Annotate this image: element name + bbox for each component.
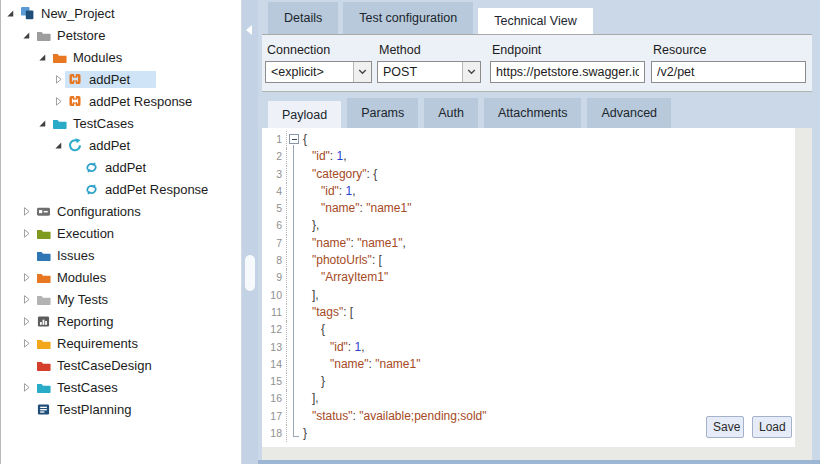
- sidebar-scrollbar-thumb[interactable]: [245, 255, 255, 291]
- code-line[interactable]: 1{: [262, 131, 795, 148]
- subtab-payload[interactable]: Payload: [268, 101, 341, 128]
- editor-scrollbar[interactable]: [795, 128, 812, 447]
- code-line[interactable]: 4"id": 1,: [262, 183, 795, 200]
- tree-item-new-project[interactable]: New_Project: [1, 2, 241, 24]
- tree-item-content[interactable]: Modules: [49, 49, 136, 66]
- tree-item-content[interactable]: Petstore: [33, 27, 119, 44]
- tree-item-label: Issues: [57, 248, 95, 263]
- tree-item-addpet[interactable]: addPet: [1, 134, 241, 156]
- tree-expander-icon[interactable]: [20, 29, 33, 41]
- code-line[interactable]: 7"name": "name1",: [262, 235, 795, 252]
- tree-item-content[interactable]: addPet: [65, 71, 156, 88]
- resource-input[interactable]: [651, 61, 806, 83]
- chevron-down-icon[interactable]: [462, 62, 480, 82]
- tree-expander-icon[interactable]: [36, 51, 49, 63]
- tree-item-content[interactable]: addPet: [65, 137, 144, 154]
- tree-item-execution[interactable]: Execution: [1, 222, 241, 244]
- connection-select[interactable]: <explicit>: [265, 61, 372, 83]
- tree-item-label: Configurations: [57, 204, 141, 219]
- code-text: "ArrayItem1": [321, 269, 388, 286]
- tree-item-content[interactable]: addPet: [81, 159, 160, 176]
- load-button[interactable]: Load: [752, 416, 792, 438]
- code-line[interactable]: 3"category": {: [262, 166, 795, 183]
- tree-expander-icon[interactable]: [20, 315, 33, 327]
- tree-item-testcases[interactable]: TestCases: [1, 112, 241, 134]
- tree-item-testcases[interactable]: TestCases: [1, 376, 241, 398]
- code-line[interactable]: 6},: [262, 217, 795, 234]
- subtab-auth[interactable]: Auth: [424, 98, 478, 128]
- tree-item-addpet-response[interactable]: addPet Response: [1, 178, 241, 200]
- collapse-sidebar-icon[interactable]: [246, 25, 252, 35]
- tree-item-content[interactable]: Execution: [33, 225, 128, 242]
- tree-item-content[interactable]: TestCases: [49, 115, 148, 132]
- tree-expander-icon[interactable]: [20, 271, 33, 283]
- code-line[interactable]: 16],: [262, 390, 795, 407]
- code-line[interactable]: 12{: [262, 321, 795, 338]
- tree-item-label: Modules: [73, 50, 122, 65]
- tree-item-addpet-response[interactable]: addPet Response: [1, 90, 241, 112]
- tree-expander-icon[interactable]: [20, 205, 33, 217]
- tree-expander-icon[interactable]: [36, 117, 49, 129]
- tree-item-testplanning[interactable]: TestPlanning: [1, 398, 241, 420]
- tree-expander-icon[interactable]: [52, 95, 65, 107]
- tree-item-label: TestCases: [57, 380, 118, 395]
- tab-details[interactable]: Details: [268, 2, 338, 34]
- chevron-down-icon[interactable]: [353, 62, 371, 82]
- tree-item-modules[interactable]: Modules: [1, 266, 241, 288]
- code-line[interactable]: 9"ArrayItem1": [262, 269, 795, 286]
- code-line[interactable]: 5"name": "name1": [262, 200, 795, 217]
- tree-item-reporting[interactable]: Reporting: [1, 310, 241, 332]
- tree-item-addpet[interactable]: addPet: [1, 156, 241, 178]
- tree-expander-icon[interactable]: [20, 337, 33, 349]
- tab-technical-view[interactable]: Technical View: [478, 8, 592, 34]
- tree-item-content[interactable]: New_Project: [17, 5, 129, 22]
- tree-item-content[interactable]: Issues: [33, 247, 109, 264]
- tree-expander-icon[interactable]: [52, 73, 65, 85]
- code-line[interactable]: 8"photoUrls": [: [262, 252, 795, 269]
- subtab-params[interactable]: Params: [347, 98, 418, 128]
- code-text: "id": 1,: [330, 339, 365, 356]
- code-line[interactable]: 2"id": 1,: [262, 148, 795, 165]
- subtab-advanced[interactable]: Advanced: [587, 98, 671, 128]
- tree-item-content[interactable]: addPet Response: [81, 181, 222, 198]
- tree-item-content[interactable]: Requirements: [33, 335, 152, 352]
- panel-splitter[interactable]: [242, 0, 258, 464]
- code-line[interactable]: 13"id": 1,: [262, 339, 795, 356]
- tree-expander-icon: [20, 359, 33, 371]
- subtab-attachments[interactable]: Attachments: [484, 98, 581, 128]
- tree-item-testcasedesign[interactable]: TestCaseDesign: [1, 354, 241, 376]
- line-number: 17: [262, 408, 287, 425]
- tree-expander-icon[interactable]: [20, 227, 33, 239]
- tree-item-requirements[interactable]: Requirements: [1, 332, 241, 354]
- payload-editor[interactable]: 1{2"id": 1,3"category": {4"id": 1,5"name…: [262, 128, 795, 447]
- tree-item-content[interactable]: Modules: [33, 269, 120, 286]
- tree-expander-icon[interactable]: [4, 7, 17, 19]
- tree-item-addpet[interactable]: addPet: [1, 68, 241, 90]
- method-select[interactable]: POST: [377, 61, 481, 83]
- tab-test-configuration[interactable]: Test configuration: [343, 2, 473, 34]
- code-line[interactable]: 10],: [262, 287, 795, 304]
- tree-item-configurations[interactable]: Configurations: [1, 200, 241, 222]
- tree-item-modules[interactable]: Modules: [1, 46, 241, 68]
- tree-item-content[interactable]: TestCaseDesign: [33, 357, 166, 374]
- tree-item-content[interactable]: Configurations: [33, 203, 155, 220]
- tree-item-issues[interactable]: Issues: [1, 244, 241, 266]
- tree-expander-icon[interactable]: [52, 139, 65, 151]
- tree-item-content[interactable]: TestPlanning: [33, 401, 145, 418]
- code-line[interactable]: 14"name": "name1": [262, 356, 795, 373]
- fold-collapse-icon[interactable]: [287, 131, 300, 148]
- endpoint-input[interactable]: [490, 61, 645, 83]
- save-button[interactable]: Save: [706, 416, 744, 438]
- tree-item-petstore[interactable]: Petstore: [1, 24, 241, 46]
- tree-item-content[interactable]: addPet Response: [65, 93, 206, 110]
- tree-expander-icon: [68, 161, 81, 173]
- tree-item-content[interactable]: Reporting: [33, 313, 127, 330]
- line-number: 11: [262, 304, 287, 321]
- code-line[interactable]: 15}: [262, 373, 795, 390]
- code-line[interactable]: 11"tags": [: [262, 304, 795, 321]
- tree-expander-icon[interactable]: [20, 381, 33, 393]
- tree-expander-icon[interactable]: [20, 293, 33, 305]
- tree-item-content[interactable]: My Tests: [33, 291, 122, 308]
- tree-item-content[interactable]: TestCases: [33, 379, 132, 396]
- tree-item-my-tests[interactable]: My Tests: [1, 288, 241, 310]
